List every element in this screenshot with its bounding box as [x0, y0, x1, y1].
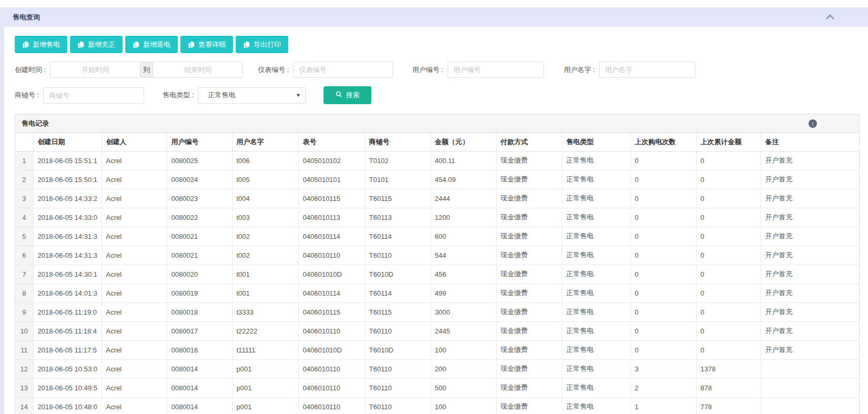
filter-row-1: 创建时间 : 到 仪表编号 : 用户编号 : 用户名字 : — [15, 62, 868, 78]
row-number-cell: 3 — [15, 189, 33, 208]
table-cell: t002 — [232, 227, 298, 246]
column-header: 用户名字 — [232, 133, 298, 151]
table-cell: 499 — [430, 284, 496, 302]
table-row[interactable]: 22018-06-05 15:50:1Acrel0080024t00504050… — [15, 170, 859, 189]
table-row[interactable]: 112018-06-05 11:17:5Acrel0080016t1111104… — [15, 340, 859, 359]
table-cell: 2018-06-05 15:51:1 — [33, 151, 102, 170]
table-cell — [761, 397, 859, 414]
table-cell: 现金缴费 — [496, 284, 562, 302]
shop-no-input[interactable] — [43, 87, 144, 104]
row-number-cell: 9 — [15, 302, 33, 321]
table-cell: Acrel — [102, 208, 167, 227]
table-row[interactable]: 72018-06-05 14:30:1Acrel0080020t00104060… — [15, 265, 859, 284]
table-cell: 开户首充 — [761, 340, 859, 359]
search-button[interactable]: 搜索 — [324, 86, 371, 104]
table-cell: 0080017 — [167, 321, 232, 340]
add-sale-button[interactable]: 新增售电 — [15, 36, 67, 53]
table-cell: 0 — [630, 151, 696, 170]
table-cell: p001 — [232, 359, 298, 378]
table-cell: 正常售电 — [562, 321, 630, 340]
table-cell — [761, 359, 859, 378]
table-row[interactable]: 12018-06-05 15:51:1Acrel0080025t00604050… — [15, 151, 859, 170]
table-cell: 2018-06-05 11:19:0 — [33, 302, 102, 321]
table-cell: 正常售电 — [562, 340, 630, 359]
table-cell: Acrel — [102, 246, 167, 265]
start-time-input[interactable] — [50, 62, 140, 78]
table-cell: 0406010115 — [298, 302, 365, 321]
select-arrow-icon: ▼ — [296, 93, 301, 98]
table-cell: 0 — [630, 246, 696, 265]
table-cell: t3333 — [232, 302, 298, 321]
table-cell: 现金缴费 — [496, 170, 562, 189]
table-cell: Acrel — [102, 378, 167, 397]
table-cell: T60113 — [365, 208, 430, 227]
export-print-button[interactable]: 导出打印 — [236, 36, 288, 53]
collapse-up-icon[interactable]: ↑ — [809, 119, 817, 128]
create-time-label: 创建时间 : — [15, 65, 46, 75]
end-time-input[interactable] — [153, 62, 243, 78]
table-cell: 2018-06-05 14:31:3 — [33, 227, 102, 246]
table-cell: t003 — [232, 208, 298, 227]
table-cell: 3000 — [430, 302, 496, 321]
button-label: 新增退电 — [143, 40, 170, 49]
table-cell: 正常售电 — [562, 284, 630, 302]
search-label: 搜索 — [346, 90, 359, 100]
table-cell: 0 — [630, 265, 696, 284]
table-cell: 2018-06-05 10:49:5 — [33, 378, 102, 397]
table-cell: 现金缴费 — [496, 208, 562, 227]
add-refund-button[interactable]: 新增退电 — [125, 36, 178, 53]
filter-area: 创建时间 : 到 仪表编号 : 用户编号 : 用户名字 : 商铺号 : 售电类型… — [4, 62, 868, 104]
records-panel: 售电记录 ↑ 创建日期创建人用户编号用户名字表号商铺号金额（元）付款方式售电类型… — [15, 114, 860, 414]
table-cell: 0080024 — [167, 170, 232, 189]
table-cell: 正常售电 — [562, 397, 630, 414]
table-cell: 0 — [630, 170, 696, 189]
table-cell: 040601010D — [298, 265, 365, 284]
table-cell: 2444 — [430, 189, 496, 208]
add-recharge-button[interactable]: 新增充正 — [70, 36, 123, 53]
table-row[interactable]: 42018-06-05 14:33:0Acrel0080022t00304060… — [15, 208, 859, 227]
table-cell: 开户首充 — [761, 302, 859, 321]
row-number-cell: 5 — [15, 227, 33, 246]
copy-icon — [188, 41, 195, 48]
copy-icon — [243, 41, 250, 48]
meter-no-input[interactable] — [293, 62, 393, 78]
table-cell: T60114 — [365, 284, 430, 302]
user-name-input[interactable] — [599, 62, 695, 78]
table-row[interactable]: 82018-06-05 14:01:3Acrel0080019t00104060… — [15, 284, 859, 302]
table-cell: 正常售电 — [562, 151, 630, 170]
button-label: 新增充正 — [88, 40, 115, 49]
page-title: 售电查询 — [13, 13, 40, 22]
table-cell: 2018-06-05 14:01:3 — [33, 284, 102, 302]
table-row[interactable]: 52018-06-05 14:31:3Acrel0080021t00204060… — [15, 227, 859, 246]
table-cell: Acrel — [102, 397, 167, 414]
table-cell: 开户首充 — [761, 265, 859, 284]
filter-row-2: 商铺号 : 售电类型 : 正常售电 ▼ 搜索 — [15, 86, 868, 104]
table-cell: 456 — [430, 265, 496, 284]
table-cell: Acrel — [102, 321, 167, 340]
table-cell: 1200 — [430, 208, 496, 227]
sale-type-select[interactable]: 正常售电 ▼ — [198, 87, 306, 104]
row-number-cell: 1 — [15, 151, 33, 170]
table-cell: 0080019 — [167, 284, 232, 302]
view-detail-button[interactable]: 查看详细 — [180, 36, 233, 53]
table-cell: 2018-06-05 11:17:5 — [33, 340, 102, 359]
table-cell: 100 — [430, 340, 496, 359]
table-cell: 2018-06-05 14:30:1 — [33, 265, 102, 284]
table-cell: Acrel — [102, 359, 167, 378]
table-cell: 现金缴费 — [496, 227, 562, 246]
chevron-up-icon[interactable] — [826, 13, 834, 21]
table-row[interactable]: 132018-06-05 10:49:5Acrel0080014p0010406… — [15, 378, 859, 397]
user-name-label: 用户名字 : — [564, 65, 595, 75]
column-header: 金额（元） — [430, 133, 496, 151]
table-row[interactable]: 62018-06-05 14:31:3Acrel0080021t00204060… — [15, 246, 859, 265]
button-label: 导出打印 — [254, 40, 281, 49]
table-row[interactable]: 142018-06-05 10:48:0Acrel0080014p0010406… — [15, 397, 859, 414]
user-no-input[interactable] — [448, 62, 544, 78]
table-row[interactable]: 122018-06-05 10:53:0Acrel0080014p0010406… — [15, 359, 859, 378]
table-row[interactable]: 92018-06-05 11:19:0Acrel0080018t33330406… — [15, 302, 859, 321]
table-row[interactable]: 32018-06-05 14:33:2Acrel0080023t00404060… — [15, 189, 859, 208]
table-row[interactable]: 102018-06-05 11:18:4Acrel0080017t2222204… — [15, 321, 859, 340]
table-cell: t006 — [232, 151, 298, 170]
table-cell: 2018-06-05 14:33:0 — [33, 208, 102, 227]
main-content: 新增售电 新增充正 新增退电 查看详细 导出打印 创建时间 : 到 仪表编号 — [4, 27, 868, 414]
